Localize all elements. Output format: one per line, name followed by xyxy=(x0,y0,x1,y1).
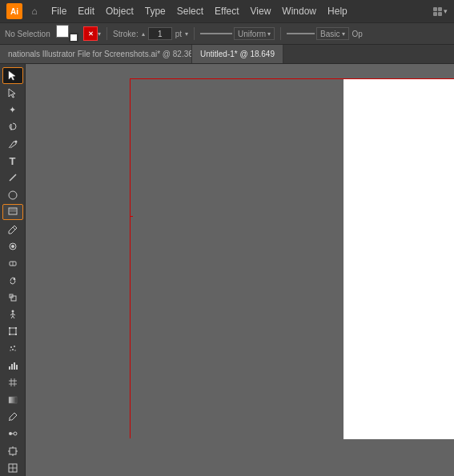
lasso-icon xyxy=(7,121,18,132)
style-preview xyxy=(287,29,315,38)
column-graph-tool-btn[interactable] xyxy=(2,358,23,374)
menu-effect[interactable]: Effect xyxy=(210,4,243,18)
eyedropper-tool-btn[interactable] xyxy=(2,409,23,425)
slice-tool-btn[interactable] xyxy=(2,460,23,476)
stroke-label: Stroke: xyxy=(113,30,139,38)
type-tool-btn[interactable]: T xyxy=(2,153,23,169)
opacity-label: Op xyxy=(352,30,363,38)
mesh-tool-btn[interactable] xyxy=(2,374,23,390)
stroke-dropdown-arrow[interactable]: ▾ xyxy=(185,30,188,38)
gradient-tool-btn[interactable] xyxy=(2,392,23,408)
tab-nationals[interactable]: nationals Illustrator File for Screensho… xyxy=(0,45,192,64)
menu-object[interactable]: Object xyxy=(101,4,139,18)
workspace-switcher[interactable]: ▾ xyxy=(433,7,448,16)
eraser-tool-btn[interactable] xyxy=(2,255,23,271)
svg-point-31 xyxy=(12,349,14,350)
uniform-dropdown[interactable]: Uniform ▾ xyxy=(234,27,275,40)
pencil-icon xyxy=(7,224,18,235)
menu-bar: File Edit Object Type Select Effect View… xyxy=(46,4,428,18)
basic-label: Basic xyxy=(320,30,339,38)
paintbrush-icon xyxy=(7,206,18,218)
title-bar: Ai ⌂ File Edit Object Type Select Effect… xyxy=(0,0,454,22)
pen-tool-btn[interactable] xyxy=(2,136,23,152)
menu-window[interactable]: Window xyxy=(277,4,321,18)
menu-select[interactable]: Select xyxy=(172,4,208,18)
canvas-area[interactable] xyxy=(26,64,454,476)
svg-line-23 xyxy=(13,316,14,318)
control-bar: No Selection ✕ ▾ Stroke: ▴ pt ▾ Uniform … xyxy=(0,22,454,45)
mesh-icon xyxy=(7,377,18,388)
svg-rect-37 xyxy=(16,365,18,370)
stroke-up-arrow[interactable]: ▴ xyxy=(142,30,145,38)
svg-rect-34 xyxy=(9,366,10,370)
blend-tool-btn[interactable] xyxy=(2,426,23,442)
tab-nationals-label: nationals Illustrator File for Screensho… xyxy=(8,50,192,58)
separator-2 xyxy=(194,27,195,40)
basic-dropdown-arrow[interactable]: ▾ xyxy=(342,30,345,38)
style-selector[interactable]: Basic ▾ xyxy=(287,27,348,40)
pencil-tool-btn[interactable] xyxy=(2,221,23,237)
tab-bar: nationals Illustrator File for Screensho… xyxy=(0,45,454,64)
fill-stroke-selector[interactable] xyxy=(56,25,78,42)
menu-view[interactable]: View xyxy=(246,4,276,18)
svg-line-4 xyxy=(9,146,10,148)
menu-file[interactable]: File xyxy=(46,4,71,18)
symbol-sprayer-icon xyxy=(7,343,18,354)
stroke-style-selector[interactable]: Uniform ▾ xyxy=(200,27,275,40)
menu-type[interactable]: Type xyxy=(140,4,171,18)
svg-marker-0 xyxy=(9,71,15,80)
svg-rect-28 xyxy=(15,334,17,335)
blend-icon xyxy=(7,428,18,439)
menu-edit[interactable]: Edit xyxy=(73,4,99,18)
menu-help[interactable]: Help xyxy=(323,4,352,18)
puppet-warp-tool-btn[interactable] xyxy=(2,306,23,322)
svg-rect-26 xyxy=(15,327,17,329)
ellipse-tool-btn[interactable] xyxy=(2,186,23,202)
stroke-unit: pt xyxy=(175,30,182,38)
svg-point-33 xyxy=(14,350,15,350)
scale-icon xyxy=(7,292,18,303)
svg-rect-25 xyxy=(9,327,10,329)
blob-brush-icon xyxy=(7,241,18,252)
eraser-icon xyxy=(7,258,18,269)
stroke-input[interactable] xyxy=(148,27,172,40)
free-transform-tool-btn[interactable] xyxy=(2,323,23,339)
stroke-line-preview xyxy=(200,29,232,38)
scale-tool-btn[interactable] xyxy=(2,290,23,306)
svg-marker-1 xyxy=(9,89,15,98)
fill-color-box[interactable]: ✕ xyxy=(83,26,98,41)
uniform-dropdown-arrow[interactable]: ▾ xyxy=(267,30,271,38)
line-tool-btn[interactable] xyxy=(2,170,23,186)
workspace-arrow: ▾ xyxy=(444,7,448,15)
artboard-left-border xyxy=(130,78,131,438)
svg-rect-36 xyxy=(14,362,15,370)
svg-line-5 xyxy=(10,174,16,181)
direct-selection-tool-btn[interactable] xyxy=(2,85,23,101)
blob-brush-tool-btn[interactable] xyxy=(2,238,23,254)
svg-rect-16 xyxy=(11,296,16,301)
selection-tool-btn[interactable] xyxy=(2,67,23,84)
basic-dropdown[interactable]: Basic ▾ xyxy=(316,27,348,40)
svg-point-45 xyxy=(14,432,17,435)
symbol-sprayer-tool-btn[interactable] xyxy=(2,341,23,357)
svg-point-44 xyxy=(9,432,12,435)
tab-untitled[interactable]: Untitled-1* @ 18.649 xyxy=(192,45,283,64)
svg-line-43 xyxy=(9,420,10,421)
artboard-corner-mark xyxy=(131,216,133,217)
column-graph-icon xyxy=(7,360,18,371)
fill-indicator[interactable]: ✕ ▾ xyxy=(83,26,101,41)
magic-wand-tool-btn[interactable]: ✦ xyxy=(2,102,23,118)
paintbrush-tool-btn[interactable] xyxy=(2,204,23,221)
separator-3 xyxy=(280,27,281,40)
svg-point-12 xyxy=(11,245,14,248)
svg-rect-47 xyxy=(10,448,16,454)
lasso-tool-btn[interactable] xyxy=(2,118,23,134)
rotate-tool-btn[interactable] xyxy=(2,272,23,288)
workspace-icon xyxy=(433,7,442,16)
puppet-warp-icon xyxy=(7,309,18,320)
svg-point-3 xyxy=(14,140,17,142)
artboard-tool-btn[interactable] xyxy=(2,442,23,458)
fill-dropdown-arrow[interactable]: ▾ xyxy=(98,30,101,38)
home-icon[interactable]: ⌂ xyxy=(27,4,42,18)
svg-point-30 xyxy=(14,346,15,347)
